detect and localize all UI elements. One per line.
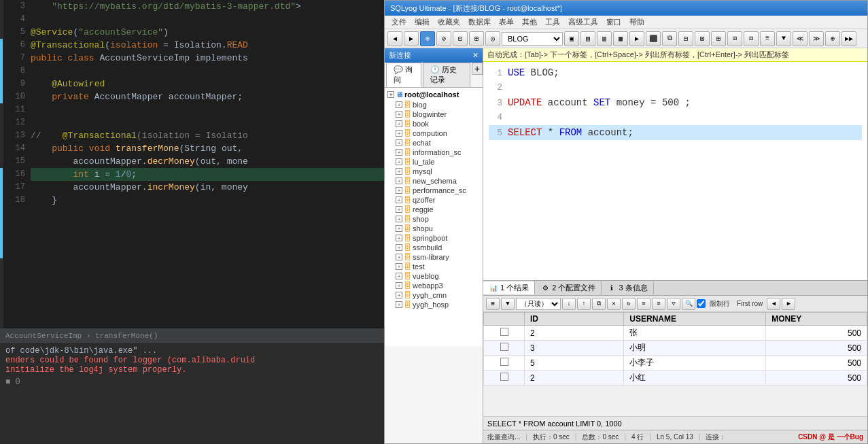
toolbar-btn-5[interactable]: ⊡ [453, 31, 468, 46]
db-selector[interactable]: BLOG [502, 32, 563, 46]
toolbar-btn-10[interactable]: ▥ [597, 31, 612, 46]
toolbar-btn-17[interactable]: ⊞ [711, 31, 726, 46]
new-conn-close-icon[interactable]: ✕ [472, 51, 479, 60]
results-toolbar[interactable]: ⊞ ▼ （只读） ↓ ↑ ⧉ ✕ ↻ ≡ ≡ ▽ 🔍 限制行 Fir [483, 296, 867, 312]
toolbar-btn-19[interactable]: ⧈ [744, 31, 759, 46]
expand-test-icon[interactable]: + [396, 263, 402, 270]
limit-rows-checkbox[interactable] [697, 299, 706, 308]
tree-item-new-schema[interactable]: + 🗄 new_schema [394, 176, 481, 186]
toolbar-btn-25[interactable]: ▶▶ [841, 31, 856, 46]
toolbar-btn-21[interactable]: ▼ [776, 31, 791, 46]
expand-ssm-library-icon[interactable]: + [396, 254, 402, 260]
expand-new-schema-icon[interactable]: + [396, 177, 402, 184]
expand-information-icon[interactable]: + [396, 149, 402, 156]
results-btn-import[interactable]: ↑ [577, 298, 591, 310]
results-btn-copy[interactable]: ⧉ [592, 298, 606, 310]
results-btn-grid[interactable]: ⊞ [486, 298, 500, 310]
menu-other[interactable]: 其他 [518, 17, 541, 27]
results-btn-del[interactable]: ✕ [607, 298, 621, 310]
menu-edit[interactable]: 编辑 [411, 17, 434, 27]
toolbar-btn-15[interactable]: ⊟ [678, 31, 693, 46]
checkbox-2[interactable] [500, 343, 508, 351]
new-conn-tabs[interactable]: 💬 询问 🕐 历史记录 + [385, 63, 483, 88]
expand-blog-icon[interactable]: + [396, 101, 402, 108]
expand-blogwinter-icon[interactable]: + [396, 111, 402, 118]
expand-echat-icon[interactable]: + [396, 139, 402, 146]
results-btn-filter[interactable]: ▽ [667, 298, 680, 310]
expand-shopu-icon[interactable]: + [396, 225, 402, 232]
expand-performance-icon[interactable]: + [396, 187, 402, 194]
menu-file[interactable]: 文件 [387, 17, 411, 27]
toolbar-btn-6[interactable]: ⊞ [469, 31, 484, 46]
results-btn-refresh[interactable]: ↻ [622, 298, 636, 310]
expand-shop-icon[interactable]: + [396, 216, 402, 222]
checkbox-4[interactable] [500, 373, 508, 381]
expand-springboot-icon[interactable]: + [396, 235, 402, 241]
tree-item-shop[interactable]: + 🗄 shop [394, 214, 481, 224]
sqlyog-menubar[interactable]: 文件 编辑 收藏夹 数据库 表单 其他 工具 高级工具 窗口 帮助 [385, 16, 867, 29]
toolbar-btn-20[interactable]: ≡ [760, 31, 775, 46]
results-tab-data[interactable]: 📊 1 个结果 [483, 281, 535, 294]
tree-item-qzoffer[interactable]: + 🗄 qzoffer [394, 195, 481, 205]
toolbar-btn-4[interactable]: ⊘ [436, 31, 451, 46]
expand-book-icon[interactable]: + [396, 120, 402, 127]
root-expand-icon[interactable]: + [387, 91, 394, 98]
tree-item-vueblog[interactable]: + 🗄 vueblog [394, 271, 481, 281]
tree-item-blog[interactable]: + 🗄 blog [394, 100, 481, 109]
tab-query[interactable]: 💬 询问 [386, 63, 421, 87]
row-check-1[interactable] [484, 326, 525, 341]
tree-item-echat[interactable]: + 🗄 echat [394, 138, 481, 148]
expand-qzoffer-icon[interactable]: + [396, 197, 402, 203]
tree-item-compution[interactable]: + 🗄 compution [394, 129, 481, 138]
expand-reggie-icon[interactable]: + [396, 206, 402, 213]
toolbar-btn-11[interactable]: ▦ [613, 31, 628, 46]
toolbar-btn-2[interactable]: ▶ [404, 31, 419, 46]
toolbar-btn-9[interactable]: ▤ [580, 31, 595, 46]
tab-history[interactable]: 🕐 历史记录 [423, 63, 470, 87]
toolbar-btn-22[interactable]: ≪ [793, 31, 808, 46]
results-tab-info[interactable]: ℹ 3 条信息 [602, 281, 653, 294]
tree-item-blogwinter[interactable]: + 🗄 blogwinter [394, 109, 481, 119]
results-btn-col2[interactable]: ≡ [652, 298, 665, 310]
menu-tools[interactable]: 工具 [541, 17, 564, 27]
menu-database[interactable]: 数据库 [464, 17, 495, 27]
results-btn-page[interactable]: ◀ [767, 298, 780, 310]
toolbar-btn-24[interactable]: ⊕ [825, 31, 840, 46]
sql-editor[interactable]: 1 USE BLOG; 2 3 UPDATE account SET money… [483, 62, 867, 280]
menu-favorites[interactable]: 收藏夹 [434, 17, 464, 27]
tree-item-springboot[interactable]: + 🗄 springboot [394, 233, 481, 243]
toolbar-btn-1[interactable]: ◀ [387, 31, 402, 46]
toolbar-btn-8[interactable]: ▣ [564, 31, 579, 46]
results-btn-page2[interactable]: ▶ [782, 298, 795, 310]
tree-item-ssm-library[interactable]: + 🗄 ssm-library [394, 252, 481, 262]
add-query-tab-button[interactable]: + [472, 63, 483, 75]
results-btn-export[interactable]: ↓ [562, 298, 576, 310]
expand-webapp3-icon[interactable]: + [396, 282, 402, 289]
toolbar-btn-13[interactable]: ⬛ [646, 31, 661, 46]
toolbar-btn-7[interactable]: ◎ [485, 31, 500, 46]
toolbar-btn-3[interactable]: ⊕ [420, 31, 435, 46]
tree-item-reggie[interactable]: + 🗄 reggie [394, 205, 481, 214]
menu-help[interactable]: 帮助 [625, 17, 648, 27]
menu-window[interactable]: 窗口 [602, 17, 625, 27]
row-check-3[interactable] [484, 356, 525, 371]
expand-ssmbuild-icon[interactable]: + [396, 244, 402, 251]
tree-item-book[interactable]: + 🗄 book [394, 119, 481, 129]
results-tab-profile[interactable]: ⚙ 2 个配置文件 [535, 281, 602, 294]
results-btn-search[interactable]: 🔍 [682, 298, 695, 310]
row-check-4[interactable] [484, 371, 525, 386]
tree-item-test[interactable]: + 🗄 test [394, 262, 481, 271]
expand-yygh-cmn-icon[interactable]: + [396, 292, 402, 298]
readonly-select[interactable]: （只读） [516, 298, 561, 310]
menu-advanced[interactable]: 高级工具 [564, 17, 602, 27]
tree-item-ssmbuild[interactable]: + 🗄 ssmbuild [394, 243, 481, 252]
tree-item-information[interactable]: + 🗄 information_sc [394, 148, 481, 157]
toolbar-btn-14[interactable]: ⧉ [662, 31, 677, 46]
tree-item-performance[interactable]: + 🗄 performance_sc [394, 186, 481, 195]
tree-item-lu-tale[interactable]: + 🗄 lu_tale [394, 157, 481, 167]
toolbar-btn-23[interactable]: ≫ [809, 31, 824, 46]
results-btn-down[interactable]: ▼ [501, 298, 515, 310]
row-check-2[interactable] [484, 341, 525, 356]
expand-mysql-icon[interactable]: + [396, 168, 402, 175]
tree-item-yygh-cmn[interactable]: + 🗄 yygh_cmn [394, 290, 481, 300]
